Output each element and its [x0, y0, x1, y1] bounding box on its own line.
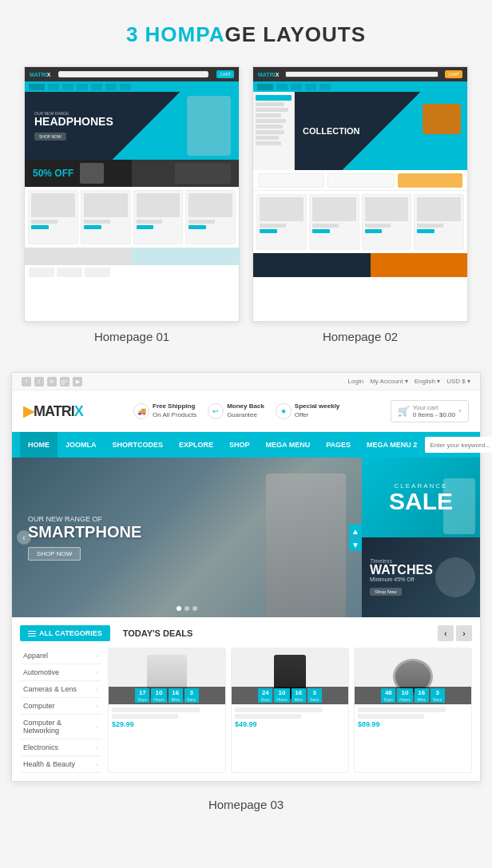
hp3-dot-1[interactable]	[177, 606, 181, 611]
product-img-3: 48 Days 10 Hours 16 Mins	[355, 648, 471, 704]
hp1-hero-main: HEADPHONES	[34, 116, 113, 127]
rss-icon[interactable]: ▶	[73, 377, 82, 386]
hp3-watches-sub: Minimum 45% Off	[370, 577, 433, 582]
hp3-clearance-panel[interactable]: CLEARANCE SALE	[362, 458, 480, 537]
nav-mega-menu[interactable]: MEGA MENU	[258, 432, 319, 458]
chevron-right-icon: ›	[96, 761, 98, 768]
search-input[interactable]	[425, 437, 492, 453]
sidebar-item-cameras[interactable]: Cameras & Lens ›	[20, 681, 101, 698]
hp3-feat-shipping-text: Free Shipping On All Products	[153, 402, 196, 419]
chevron-right-icon: ›	[96, 669, 98, 676]
hp3-feat-offer-text: Special weekly Offer	[295, 402, 339, 419]
hp3-dot-3[interactable]	[192, 606, 197, 611]
google-icon[interactable]: g+	[60, 377, 69, 386]
hp3-product-grid: 17 Days 10 Hours 16 Mins	[108, 648, 472, 773]
hp3-hero-prev-btn[interactable]: ‹	[17, 530, 31, 545]
sidebar-item-electronics[interactable]: Electronics ›	[20, 739, 101, 756]
deals-prev-btn[interactable]: ‹	[438, 625, 454, 641]
product-card-2[interactable]: 24 Days 10 Hours 16 Mins	[231, 648, 349, 773]
hp3-logo-text: MATRI	[34, 403, 74, 419]
homepage-03-label: Homepage 03	[0, 788, 492, 816]
hp3-watches-panel[interactable]: Timeless Watches Minimum 45% Off Shop No…	[362, 537, 480, 617]
hp1-testimonials	[25, 265, 239, 279]
timer-hours-2: 10 Hours	[274, 688, 289, 703]
login-link[interactable]: Login	[348, 378, 364, 385]
timer-mins-2: 16 Mins	[292, 688, 306, 703]
sidebar-item-computer[interactable]: Computer ›	[20, 698, 101, 715]
timer-days-1: 17 Days	[135, 688, 149, 703]
hp3-hero-person	[266, 474, 346, 617]
facebook-icon[interactable]: f	[22, 377, 31, 386]
hp3-hero-main-text: SMARTPHONE	[28, 523, 141, 541]
sidebar-item-automotive[interactable]: Automotive ›	[20, 664, 101, 681]
nav-explore[interactable]: EXPLORE	[171, 432, 221, 458]
hp1-banner: 50% OFF	[25, 160, 239, 187]
nav-pages[interactable]: PAGES	[318, 432, 359, 458]
language-selector[interactable]: English ▾	[415, 378, 440, 385]
hp1-hero: OUR NEW RANGE HEADPHONES SHOP NOW	[25, 92, 239, 160]
hp3-hero-section: OUR NEW RANGE OF SMARTPHONE SHOP NOW ‹ C…	[12, 458, 480, 617]
sidebar-item-apparel[interactable]: Apparel ›	[20, 648, 101, 664]
hp3-watches-btn[interactable]: Shop Now	[370, 588, 402, 596]
nav-joomla[interactable]: JOOMLA	[58, 432, 105, 458]
sidebar-item-health[interactable]: Health & Beauty ›	[20, 756, 101, 773]
hp3-nav-search[interactable]	[425, 437, 492, 453]
homepage-02-preview[interactable]: MATRIX CART	[252, 66, 468, 322]
timer-hours-1: 10 Hours	[151, 688, 166, 703]
nav-mega-menu-2[interactable]: MEGA MENU 2	[359, 432, 425, 458]
product-timer-1: 17 Days 10 Hours 16 Mins	[109, 687, 225, 704]
chevron-right-icon: ›	[96, 652, 98, 660]
product-timer-3: 48 Days 10 Hours 16 Mins	[355, 687, 471, 704]
nav-home[interactable]: HOME	[20, 432, 58, 458]
chevron-right-icon: ›	[96, 686, 98, 693]
menu-icon	[28, 631, 36, 636]
nav-shortcodes[interactable]: SHORTCODES	[105, 432, 172, 458]
product-card-3[interactable]: 48 Days 10 Hours 16 Mins	[354, 648, 472, 773]
hp3-deals-label: TODAY'S DEALS	[123, 628, 438, 638]
clearance-sale: SALE	[389, 489, 453, 513]
my-account-link[interactable]: My Account ▾	[370, 378, 408, 385]
homepage-01-preview[interactable]: MATRIX CART OUR NEW RANGE HEADPHONES SH	[24, 66, 240, 322]
timer-mins-1: 16 Mins	[169, 688, 183, 703]
twitter-icon[interactable]: t	[34, 377, 44, 386]
all-categories-btn[interactable]: ALL CATEGORIES	[20, 625, 110, 641]
hp1-nav	[25, 81, 239, 92]
homepage-01-card: MATRIX CART OUR NEW RANGE HEADPHONES SH	[24, 66, 240, 343]
chevron-right-icon: ›	[96, 723, 98, 731]
product-name-3	[358, 707, 468, 719]
product-card-1[interactable]: 17 Days 10 Hours 16 Mins	[108, 648, 226, 773]
homepage-02-label: Homepage 02	[323, 330, 398, 343]
hp3-hero-pre: OUR NEW RANGE OF	[28, 515, 141, 523]
hp3-watches-title: Watches	[370, 564, 433, 577]
hp3-dot-2[interactable]	[184, 606, 189, 611]
timer-secs-1: 3 Secs	[184, 688, 199, 703]
hp3-watches-timeless: Timeless	[370, 558, 433, 564]
hp3-cart[interactable]: 🛒 Your cart 0 Items - $0.00 ▾	[391, 400, 469, 422]
deals-next-btn[interactable]: ›	[456, 625, 472, 641]
sidebar-item-computer-networking[interactable]: Computer & Networking ›	[20, 715, 101, 739]
chevron-right-icon: ›	[96, 744, 98, 751]
hp1-search	[58, 71, 208, 77]
product-info-1: $29.99	[109, 704, 225, 731]
hp3-dots	[177, 606, 197, 611]
hp2-hero: COLLECTION	[295, 92, 467, 170]
hp3-side-up-btn[interactable]: ▲	[349, 525, 362, 537]
hp1-50off: 50% OFF	[33, 168, 73, 179]
chevron-right-icon: ›	[96, 703, 98, 710]
hp2-sidebar	[253, 92, 295, 170]
hp3-sidebar: Apparel › Automotive › Cameras & Lens › …	[20, 648, 108, 773]
hp3-shop-btn[interactable]: SHOP NOW	[28, 547, 81, 561]
hp3-side-down-btn[interactable]: ▼	[349, 538, 362, 551]
hp3-content: Apparel › Automotive › Cameras & Lens › …	[12, 648, 480, 773]
linkedin-icon[interactable]: in	[47, 377, 57, 386]
hp3-logo-x: X	[74, 403, 83, 419]
hp3-nav: HOME JOOMLA SHORTCODES EXPLORE SHOP MEGA…	[12, 432, 480, 458]
currency-selector[interactable]: USD $ ▾	[446, 378, 470, 385]
nav-shop[interactable]: SHOP	[221, 432, 258, 458]
hp3-products-header: ALL CATEGORIES TODAY'S DEALS ‹ ›	[12, 625, 480, 648]
hp2-features	[253, 170, 467, 191]
timer-secs-3: 3 Secs	[430, 688, 445, 703]
product-timer-2: 24 Days 10 Hours 16 Mins	[232, 687, 348, 704]
product-img-2: 24 Days 10 Hours 16 Mins	[232, 648, 348, 704]
product-name-1	[112, 707, 222, 719]
